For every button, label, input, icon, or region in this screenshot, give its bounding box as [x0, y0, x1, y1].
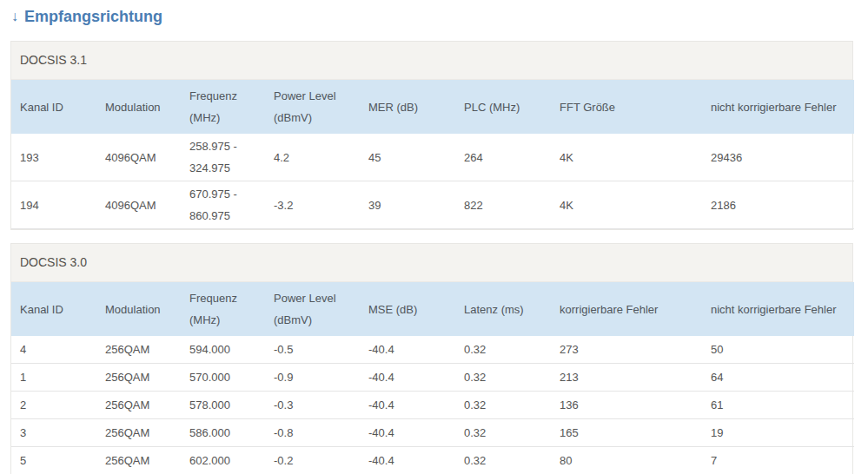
- table-cell: 0.32: [455, 336, 551, 364]
- table-cell: 29436: [702, 134, 854, 181]
- table-cell: 256QAM: [96, 336, 181, 364]
- column-header: Kanal ID: [11, 282, 96, 336]
- table-row: 5256QAM602.000-0.2-40.40.32807: [11, 447, 854, 474]
- table-cell: 256QAM: [96, 419, 181, 447]
- table-cell: 4K: [551, 181, 702, 229]
- table-cell: 256QAM: [96, 447, 181, 474]
- table-cell: 5: [11, 447, 96, 474]
- table-row: 4256QAM594.000-0.5-40.40.3227350: [11, 336, 854, 364]
- table-cell: -40.4: [360, 447, 455, 474]
- table-cell: -40.4: [360, 419, 455, 447]
- table-cell: 256QAM: [96, 364, 181, 392]
- table-cell: -0.8: [265, 419, 360, 447]
- table-cell: 822: [455, 181, 551, 229]
- column-header: Modulation: [96, 282, 181, 336]
- column-header: Frequenz (MHz): [181, 282, 265, 336]
- docsis-31-table-card: DOCSIS 3.1Kanal IDModulationFrequenz (MH…: [10, 41, 853, 230]
- table-cell: 45: [360, 134, 455, 181]
- column-header: Power Level (dBmV): [265, 80, 360, 134]
- page-title[interactable]: ↓ Empfangsrichtung: [11, 7, 868, 26]
- page-title-label: Empfangsrichtung: [24, 8, 162, 26]
- table-cell: 4K: [551, 134, 702, 181]
- column-header: Modulation: [96, 80, 181, 134]
- column-header: MSE (dB): [360, 282, 455, 336]
- docsis-30-table-card: DOCSIS 3.0Kanal IDModulationFrequenz (MH…: [10, 243, 853, 474]
- column-header: korrigierbare Fehler: [551, 282, 702, 336]
- column-header: nicht korrigierbare Fehler: [702, 282, 854, 336]
- table-cell: 4: [11, 336, 96, 364]
- table-cell: 19: [702, 419, 854, 447]
- table-row: 3256QAM586.000-0.8-40.40.3216519: [11, 419, 854, 447]
- table-cell: 50: [702, 336, 854, 364]
- table-cell: -3.2: [265, 181, 360, 229]
- table-cell: 602.000: [181, 447, 265, 474]
- table-section-label: DOCSIS 3.0: [11, 244, 852, 282]
- table-cell: 570.000: [181, 364, 265, 392]
- table-cell: 4.2: [265, 134, 360, 181]
- table-cell: 194: [11, 181, 96, 229]
- table-cell: -40.4: [360, 364, 455, 392]
- table-cell: 7: [702, 447, 854, 474]
- table-cell: 264: [455, 134, 551, 181]
- column-header: Frequenz (MHz): [181, 80, 265, 134]
- column-header: PLC (MHz): [455, 80, 551, 134]
- column-header: MER (dB): [360, 80, 455, 134]
- table-cell: 256QAM: [96, 392, 181, 419]
- column-header: Latenz (ms): [455, 282, 551, 336]
- column-header: FFT Größe: [551, 80, 702, 134]
- channel-table: Kanal IDModulationFrequenz (MHz)Power Le…: [11, 282, 854, 474]
- column-header: Power Level (dBmV): [265, 282, 360, 336]
- table-cell: 64: [702, 364, 854, 392]
- table-cell: 0.32: [455, 392, 551, 419]
- table-row: 1256QAM570.000-0.9-40.40.3221364: [11, 364, 854, 392]
- table-row: 1934096QAM258.975 - 324.9754.2452644K294…: [11, 134, 854, 181]
- table-cell: 165: [551, 419, 702, 447]
- table-cell: 4096QAM: [96, 134, 181, 181]
- down-arrow-icon: ↓: [11, 9, 18, 24]
- table-row: 2256QAM578.000-0.3-40.40.3213661: [11, 392, 854, 419]
- table-row: 1944096QAM670.975 - 860.975-3.2398224K21…: [11, 181, 854, 229]
- channel-table: Kanal IDModulationFrequenz (MHz)Power Le…: [11, 80, 854, 229]
- table-cell: 193: [11, 134, 96, 181]
- table-cell: -0.2: [265, 447, 360, 474]
- table-cell: 2: [11, 392, 96, 419]
- table-cell: 0.32: [455, 364, 551, 392]
- column-header: Kanal ID: [11, 80, 96, 134]
- table-cell: -40.4: [360, 392, 455, 419]
- table-cell: -40.4: [360, 336, 455, 364]
- table-cell: 213: [551, 364, 702, 392]
- header-row: Kanal IDModulationFrequenz (MHz)Power Le…: [11, 282, 854, 336]
- header-row: Kanal IDModulationFrequenz (MHz)Power Le…: [11, 80, 854, 134]
- table-cell: 0.32: [455, 419, 551, 447]
- table-cell: -0.3: [265, 392, 360, 419]
- table-cell: 578.000: [181, 392, 265, 419]
- table-cell: 586.000: [181, 419, 265, 447]
- table-cell: 2186: [702, 181, 854, 229]
- table-cell: -0.9: [265, 364, 360, 392]
- table-cell: 0.32: [455, 447, 551, 474]
- table-cell: 61: [702, 392, 854, 419]
- table-cell: -0.5: [265, 336, 360, 364]
- table-cell: 39: [360, 181, 455, 229]
- table-cell: 80: [551, 447, 702, 474]
- table-cell: 1: [11, 364, 96, 392]
- table-cell: 136: [551, 392, 702, 419]
- table-cell: 273: [551, 336, 702, 364]
- table-cell: 4096QAM: [96, 181, 181, 229]
- table-cell: 670.975 - 860.975: [181, 181, 265, 229]
- column-header: nicht korrigierbare Fehler: [702, 80, 854, 134]
- table-section-label: DOCSIS 3.1: [11, 42, 852, 80]
- table-cell: 3: [11, 419, 96, 447]
- table-cell: 594.000: [181, 336, 265, 364]
- table-cell: 258.975 - 324.975: [181, 134, 265, 181]
